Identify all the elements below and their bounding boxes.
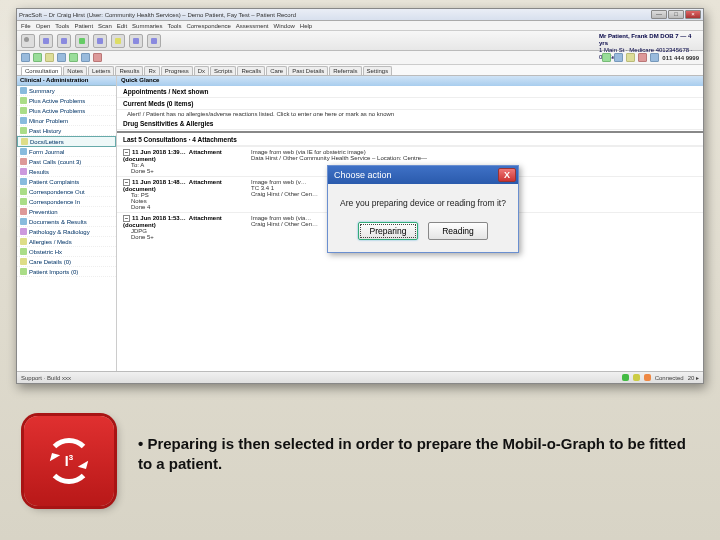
- sm-icon[interactable]: [602, 53, 611, 62]
- status-left: Support · Build xxx: [21, 375, 71, 381]
- maximize-button[interactable]: □: [668, 10, 684, 19]
- sidebar-item-documents-results[interactable]: Documents & Results: [17, 217, 116, 227]
- sidebar-item-patient-imports[interactable]: Patient Imports (0): [17, 267, 116, 277]
- menu-item[interactable]: Patient: [74, 23, 93, 29]
- close-button[interactable]: ×: [685, 10, 701, 19]
- sm-icon[interactable]: [614, 53, 623, 62]
- menu-item[interactable]: Edit: [117, 23, 127, 29]
- print-icon[interactable]: [147, 34, 161, 48]
- sidebar-item-summary[interactable]: Summary: [17, 86, 116, 96]
- sm-icon[interactable]: [81, 53, 90, 62]
- tab-progress[interactable]: Progress: [161, 66, 193, 75]
- sidebar-item-corr-in[interactable]: Correspondence In: [17, 197, 116, 207]
- sidebar-item-complaints[interactable]: Patient Complaints: [17, 177, 116, 187]
- menu-item[interactable]: Assessment: [236, 23, 269, 29]
- sidebar-item-past-calls[interactable]: Past Calls (count 3): [17, 157, 116, 167]
- sm-icon[interactable]: [638, 53, 647, 62]
- tab-letters[interactable]: Letters: [88, 66, 114, 75]
- expand-icon[interactable]: –: [123, 179, 130, 186]
- tab-settings[interactable]: Settings: [363, 66, 393, 75]
- sm-icon[interactable]: [21, 53, 30, 62]
- sidebar-item-label: Prevention: [29, 209, 58, 215]
- sidebar-item-corr-out[interactable]: Correspondence Out: [17, 187, 116, 197]
- dialog-message: Are you preparing device or reading from…: [336, 198, 510, 208]
- sidebar-item-label: Past History: [29, 128, 61, 134]
- tab-recalls[interactable]: Recalls: [237, 66, 265, 75]
- sidebar-item-results[interactable]: Results: [17, 167, 116, 177]
- doc-line: Done 4: [123, 204, 243, 210]
- search-icon[interactable]: [21, 34, 35, 48]
- expand-icon[interactable]: –: [123, 149, 130, 156]
- menu-item[interactable]: Tools: [167, 23, 181, 29]
- tabbar: Consultation Notes Letters Results Rx Pr…: [17, 65, 703, 76]
- preparing-button[interactable]: Preparing: [358, 222, 418, 240]
- minimize-button[interactable]: —: [651, 10, 667, 19]
- menu-item[interactable]: File: [21, 23, 31, 29]
- sidebar-item-care-details[interactable]: Care Details (0): [17, 257, 116, 267]
- sidebar-item-label: Minor Problem: [29, 118, 68, 124]
- menu-item[interactable]: Open: [36, 23, 51, 29]
- sidebar-item-prevention[interactable]: Prevention: [17, 207, 116, 217]
- sidebar-item-docs-letters[interactable]: Docs/Letters: [17, 136, 116, 147]
- sidebar-item-allergies[interactable]: Allergies / Meds: [17, 237, 116, 247]
- tab-referrals[interactable]: Referrals: [329, 66, 361, 75]
- expand-icon[interactable]: –: [123, 215, 130, 222]
- progress-icon[interactable]: [129, 34, 143, 48]
- status-dot-icon: [644, 374, 651, 381]
- sidebar-item-active-problems[interactable]: Plus Active Problems: [17, 96, 116, 106]
- sidebar-item-minor[interactable]: Minor Problem: [17, 116, 116, 126]
- sidebar-item-label: Plus Active Problems: [29, 98, 85, 104]
- doc-date: 11 Jun 2018 1:53…: [132, 215, 186, 221]
- status-text: Connected: [655, 375, 684, 381]
- sidebar-item-active-problems-2[interactable]: Plus Active Problems: [17, 106, 116, 116]
- tab-scripts[interactable]: Scripts: [210, 66, 236, 75]
- sidebar-item-past-history[interactable]: Past History: [17, 126, 116, 136]
- menu-item[interactable]: Summaries: [132, 23, 162, 29]
- doc-line: Done 5+: [123, 234, 243, 240]
- choose-action-dialog: Choose action X Are you preparing device…: [327, 165, 519, 253]
- sidebar-header: Clinical · Administration: [17, 76, 116, 86]
- tab-notes[interactable]: Notes: [63, 66, 87, 75]
- sm-icon[interactable]: [93, 53, 102, 62]
- results-icon[interactable]: [75, 34, 89, 48]
- letters-icon[interactable]: [93, 34, 107, 48]
- sidebar-item-label: Correspondence Out: [29, 189, 85, 195]
- menu-item[interactable]: Correspondence: [186, 23, 230, 29]
- sm-icon[interactable]: [650, 53, 659, 62]
- sidebar-item-obstetric[interactable]: Obstetric Hx: [17, 247, 116, 257]
- sm-icon[interactable]: [57, 53, 66, 62]
- tab-pastdetails[interactable]: Past Details: [288, 66, 328, 75]
- divider: [117, 131, 703, 133]
- menu-item[interactable]: Window: [274, 23, 295, 29]
- drug-sens-row: Drug Sensitivities & Allergies: [117, 118, 703, 130]
- dialog-close-button[interactable]: X: [498, 168, 516, 182]
- sidebar-item-label: Allergies / Meds: [29, 239, 72, 245]
- rx-icon[interactable]: [111, 34, 125, 48]
- statusbar: Support · Build xxx Connected 20 ▸: [17, 371, 703, 383]
- sidebar-item-label: Results: [29, 169, 49, 175]
- sidebar-item-label: Care Details (0): [29, 259, 71, 265]
- patient-icon[interactable]: [57, 34, 71, 48]
- doc-line: Done 5+: [123, 168, 243, 174]
- sidebar-item-label: Summary: [29, 88, 55, 94]
- sm-icon[interactable]: [33, 53, 42, 62]
- sm-icon[interactable]: [45, 53, 54, 62]
- tab-rx[interactable]: Rx: [144, 66, 159, 75]
- sm-icon[interactable]: [626, 53, 635, 62]
- reading-button[interactable]: Reading: [428, 222, 488, 240]
- tab-consultation[interactable]: Consultation: [21, 66, 62, 75]
- doc-date: 11 Jun 2018 1:39…: [132, 149, 186, 155]
- sidebar-item-path-rad[interactable]: Pathology & Radiology: [17, 227, 116, 237]
- sm-icon[interactable]: [69, 53, 78, 62]
- slide-bullet-text: • Preparing is then selected in order to…: [138, 434, 694, 474]
- window-title: PracSoft – Dr Craig Hirst (User: Communi…: [19, 12, 650, 18]
- tab-dx[interactable]: Dx: [194, 66, 209, 75]
- sidebar-item-form-journal[interactable]: Form Journal: [17, 147, 116, 157]
- tab-care[interactable]: Care: [266, 66, 287, 75]
- tab-results[interactable]: Results: [115, 66, 143, 75]
- menu-item[interactable]: Help: [300, 23, 312, 29]
- open-icon[interactable]: [39, 34, 53, 48]
- menu-item[interactable]: Tools: [55, 23, 69, 29]
- menu-item[interactable]: Scan: [98, 23, 112, 29]
- sidebar-item-label: Patient Imports (0): [29, 269, 78, 275]
